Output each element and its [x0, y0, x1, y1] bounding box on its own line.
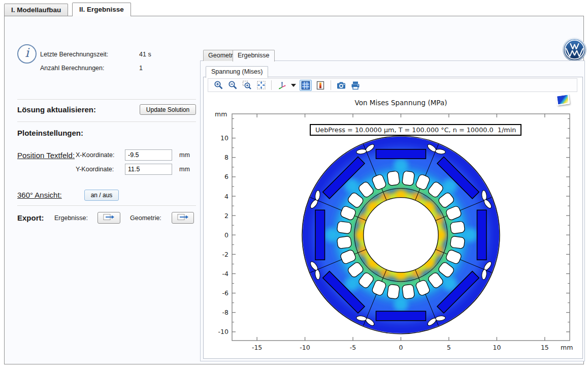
export-label: Export: [17, 213, 44, 222]
svg-text:-5: -5 [350, 344, 356, 351]
export-arrow-icon [177, 213, 189, 221]
svg-text:-6: -6 [222, 289, 229, 297]
plot-settings-heading: Ploteinstellungen: [17, 129, 83, 137]
export-geometry-button[interactable] [172, 212, 194, 224]
plot-panel: Spannung (Mises) [203, 77, 583, 359]
dropdown-caret-icon[interactable] [290, 80, 297, 90]
x-coordinate-label: X-Koordinate: [76, 151, 114, 159]
y-coordinate-unit: mm [179, 166, 190, 173]
svg-text:-10: -10 [218, 328, 228, 335]
svg-text:-2: -2 [222, 251, 228, 258]
svg-text:6: 6 [224, 173, 228, 180]
view-360-toggle-button[interactable]: an / aus [84, 190, 119, 201]
toolbar-separator [271, 80, 272, 90]
svg-text:-4: -4 [222, 270, 229, 278]
zoom-box-icon[interactable] [241, 80, 252, 90]
view-360-label: 360° Ansicht: [17, 191, 62, 199]
svg-text:Von Mises Spannung (MPa): Von Mises Spannung (MPa) [355, 99, 447, 107]
computation-count-label: Anzahl Berechnungen: [40, 65, 104, 72]
tab-ergebnisse[interactable]: II. Ergebnisse [72, 3, 131, 16]
svg-text:10: 10 [220, 134, 228, 142]
tab-spannung-mises[interactable]: Spannung (Mises) [206, 66, 268, 78]
x-coordinate-input[interactable] [125, 149, 172, 161]
y-coordinate-label: Y-Koordinate: [76, 166, 114, 173]
toolbar-separator [331, 80, 331, 90]
export-results-label: Ergebnisse: [54, 214, 88, 222]
svg-text:0: 0 [224, 231, 228, 239]
divider [17, 121, 196, 122]
svg-text:-8: -8 [222, 309, 229, 316]
app-content: i Letzte Berechnungszeit: 41 s Anzahl Be… [4, 16, 584, 364]
svg-text:mm: mm [561, 344, 573, 351]
divider [17, 205, 196, 206]
svg-text:-10: -10 [300, 344, 310, 351]
plot-annotation: UebPress = 10.0000 μm, T = 100.000 °C, n… [310, 124, 521, 136]
color-legend-icon[interactable] [315, 80, 326, 90]
info-icon: i [17, 44, 37, 64]
plot-thumbnail-icon[interactable] [556, 94, 570, 105]
svg-text:10: 10 [493, 344, 501, 351]
zoom-in-icon[interactable] [213, 80, 224, 90]
sidebar: i Letzte Berechnungszeit: 41 s Anzahl Be… [9, 33, 204, 368]
export-geometry-label: Geometrie: [130, 214, 161, 222]
x-coordinate-unit: mm [179, 151, 190, 159]
position-textfeld-label: Position Textfeld: [17, 151, 75, 160]
svg-text:2: 2 [224, 212, 228, 220]
vw-logo [562, 37, 587, 62]
tab-modellaufbau[interactable]: I. Modellaufbau [4, 4, 68, 16]
computation-count-value: 1 [139, 65, 143, 72]
zoom-extents-icon[interactable] [255, 80, 267, 90]
plot-toolbar [208, 78, 577, 92]
camera-icon[interactable] [336, 80, 347, 90]
svg-text:4: 4 [224, 193, 228, 200]
last-computation-label: Letzte Berechnungszeit: [40, 51, 108, 58]
plot-area[interactable]: Von Mises Spannung (MPa)-15-10-505101510… [208, 94, 578, 357]
svg-text:8: 8 [224, 154, 228, 161]
tab-results[interactable]: Ergebnisse [233, 50, 275, 62]
results-group: Geometrie Ergebnisse Spannung (Mises) [200, 60, 585, 361]
orientation-3d-icon[interactable] [276, 80, 287, 90]
y-coordinate-input[interactable] [125, 164, 172, 175]
svg-text:5: 5 [447, 344, 451, 351]
print-icon[interactable] [350, 80, 361, 90]
export-arrow-icon [103, 213, 115, 221]
svg-text:-15: -15 [252, 344, 262, 351]
svg-text:mm: mm [215, 110, 227, 118]
update-solution-button[interactable]: Update Solution [140, 104, 196, 115]
svg-text:15: 15 [541, 344, 549, 351]
zoom-out-icon[interactable] [227, 80, 238, 90]
svg-text:0: 0 [399, 344, 403, 351]
grid-icon[interactable] [300, 80, 312, 91]
update-solution-label: Lösung aktualisieren: [17, 105, 96, 114]
export-results-button[interactable] [97, 212, 120, 224]
divider [17, 99, 196, 100]
last-computation-value: 41 s [139, 51, 151, 58]
